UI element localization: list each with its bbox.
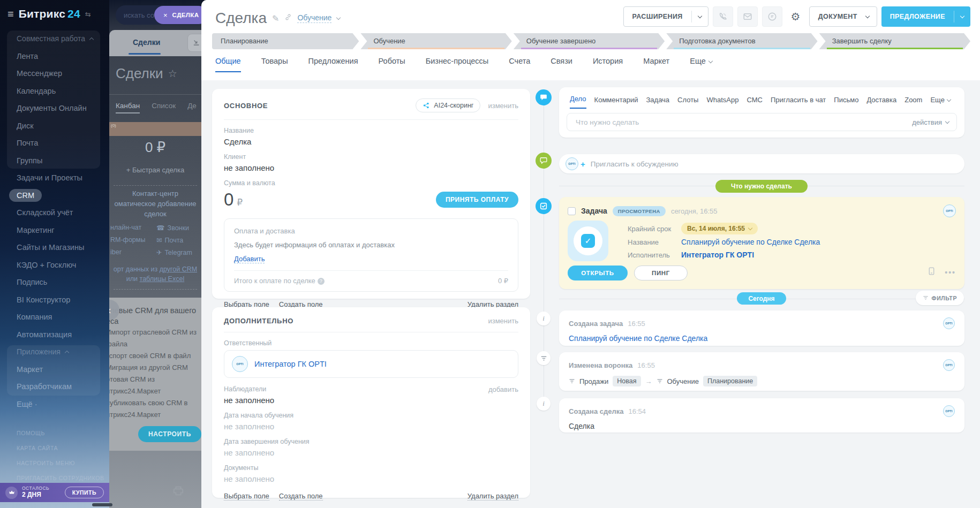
deal-stage[interactable]: Подготовка документов bbox=[666, 33, 817, 49]
ai-scoring-badge[interactable]: AI24-скоринг bbox=[416, 98, 480, 112]
task-checkbox[interactable] bbox=[568, 207, 576, 215]
create-field-link[interactable]: Создать поле bbox=[279, 492, 323, 501]
brand-logo[interactable]: Битрикс24 bbox=[19, 7, 80, 20]
sidebar-item[interactable]: Маркет bbox=[0, 361, 109, 378]
channel-chat[interactable]: нлайн-чат bbox=[110, 224, 156, 232]
extensions-button[interactable]: РАСШИРЕНИЯ bbox=[623, 6, 708, 27]
deal-tab[interactable]: Роботы bbox=[379, 57, 405, 72]
edit-pencil-icon[interactable]: ✎ bbox=[272, 13, 279, 24]
channel-viber[interactable]: iber bbox=[110, 248, 156, 256]
channel-telegram[interactable]: Telegram bbox=[164, 249, 192, 256]
task-name-link[interactable]: Спланируй обучение по Сделке Сделка bbox=[681, 238, 820, 246]
sidebar-item[interactable]: Подпись bbox=[0, 274, 109, 291]
deadline-pill[interactable]: Вс, 14 июля, 16:55 bbox=[681, 223, 758, 234]
close-icon[interactable]: × bbox=[163, 11, 168, 19]
deal-stage[interactable]: Обучение завершено bbox=[514, 33, 665, 49]
phone-button[interactable] bbox=[713, 6, 733, 27]
sidebar-item[interactable]: КЭДО + Госключ bbox=[0, 256, 109, 274]
sidebar-item[interactable]: CRM bbox=[0, 187, 109, 204]
sidebar-item[interactable]: BI Конструктор bbox=[0, 291, 109, 309]
sidebar-item[interactable]: Календарь bbox=[0, 82, 109, 100]
horizontal-scrollbar[interactable] bbox=[92, 503, 112, 506]
timeline-tab[interactable]: Письмо bbox=[834, 96, 858, 109]
timeline-tab[interactable]: Zoom bbox=[904, 96, 922, 109]
sidebar-item[interactable]: Группы bbox=[0, 152, 109, 170]
timeline-tab[interactable]: Еще bbox=[930, 96, 950, 109]
deal-tab[interactable]: Счета bbox=[509, 57, 530, 72]
sidebar-item[interactable]: Лента bbox=[0, 48, 109, 65]
view-tab-kanban[interactable]: Канбан bbox=[116, 102, 140, 113]
settings-gear-icon[interactable]: ⚙ bbox=[787, 6, 805, 27]
timeline-tab[interactable]: Дело bbox=[570, 95, 586, 109]
view-tab-list[interactable]: Список bbox=[152, 102, 176, 113]
quick-deal-button[interactable]: + Быстрая сделка bbox=[109, 166, 201, 174]
deal-tab[interactable]: Связи bbox=[551, 57, 572, 72]
deal-stage[interactable]: Обучение bbox=[360, 33, 511, 49]
sidebar-item[interactable]: Задачи и Проекты bbox=[0, 169, 109, 187]
sidebar-item[interactable]: Совместная работа bbox=[0, 30, 109, 48]
timeline-tab[interactable]: Комментарий bbox=[594, 96, 638, 109]
sidebar-item[interactable]: Маркетинг bbox=[0, 222, 109, 239]
edit-link[interactable]: изменить bbox=[488, 102, 518, 110]
sidebar-item[interactable]: Документы Онлайн bbox=[0, 100, 109, 117]
sidebar-item[interactable]: Разработчикам bbox=[0, 378, 109, 396]
deal-tab[interactable]: Общие bbox=[215, 57, 241, 72]
sidebar-item[interactable]: Диск bbox=[0, 117, 109, 135]
channel-forms[interactable]: RM-формы bbox=[110, 236, 156, 244]
sidebar-item[interactable]: Автоматизация bbox=[0, 326, 109, 344]
sidebar-item[interactable]: Складской учёт bbox=[0, 204, 109, 222]
timeline-tab[interactable]: Доставка bbox=[866, 96, 896, 109]
proposal-button[interactable]: ПРЕДЛОЖЕНИЕ bbox=[881, 6, 970, 27]
deal-tab[interactable]: История bbox=[593, 57, 623, 72]
assignee-link[interactable]: Интегратор ГК OPTI bbox=[681, 251, 754, 259]
observers-add-link[interactable]: добавить bbox=[488, 385, 518, 393]
deal-tab[interactable]: Товары bbox=[261, 57, 288, 72]
sidebar-footer-link[interactable]: ПОМОЩЬ bbox=[17, 426, 104, 441]
sidebar-footer-link[interactable]: НАСТРОИТЬ МЕНЮ bbox=[17, 456, 104, 471]
chat-button[interactable] bbox=[762, 6, 782, 27]
add-payment-link[interactable]: Добавить bbox=[234, 255, 265, 263]
ping-button[interactable]: ПИНГ bbox=[634, 266, 688, 280]
channel-calls[interactable]: Звонки bbox=[168, 224, 189, 232]
event-task-link[interactable]: Спланируй обучение по Сделке Сделка bbox=[569, 334, 707, 343]
document-button[interactable]: ДОКУМЕНТ bbox=[809, 6, 877, 27]
import-excel-link[interactable]: таблицы Excel bbox=[140, 275, 185, 283]
actions-dropdown[interactable]: действия bbox=[912, 118, 949, 126]
select-field-link[interactable]: Выбрать поле bbox=[224, 492, 269, 501]
timeline-tab[interactable]: СМС bbox=[747, 96, 762, 109]
accept-payment-button[interactable]: ПРИНЯТЬ ОПЛАТУ bbox=[436, 192, 518, 208]
deal-filter-chip[interactable]: × СДЕЛКА bbox=[154, 6, 201, 24]
sliders-icon[interactable]: ⇆ bbox=[85, 10, 91, 18]
timeline-tab[interactable]: НОВОЕ WhatsApp bbox=[706, 96, 738, 109]
deal-stage[interactable]: Планирование bbox=[212, 33, 359, 49]
help-icon[interactable]: ? bbox=[318, 278, 325, 285]
favorite-star-icon[interactable]: ☆ bbox=[168, 67, 177, 80]
printer-icon[interactable] bbox=[172, 485, 184, 499]
configure-button[interactable]: НАСТРОИТЬ bbox=[138, 426, 201, 442]
responsible-link[interactable]: Интегратор ГК OPTI bbox=[254, 360, 327, 368]
timeline-tab[interactable]: Слоты bbox=[677, 96, 698, 109]
deal-stage[interactable]: Завершить сделку bbox=[819, 33, 970, 49]
deal-sum[interactable]: 0₽ bbox=[224, 189, 243, 210]
sidebar-footer-link[interactable]: КАРТА САЙТА bbox=[17, 441, 104, 456]
edit-link[interactable]: изменить bbox=[488, 317, 518, 325]
link-icon[interactable] bbox=[284, 13, 292, 23]
sidebar-item[interactable]: Почта bbox=[0, 134, 109, 152]
note-icon[interactable] bbox=[927, 267, 936, 278]
view-tab-clipped[interactable]: Де bbox=[187, 102, 197, 113]
deal-tab[interactable]: Бизнес-процессы bbox=[426, 57, 489, 72]
sidebar-item[interactable]: Сайты и Магазины bbox=[0, 239, 109, 256]
collapse-icon[interactable] bbox=[187, 34, 201, 52]
delete-section-link[interactable]: Удалить раздел bbox=[468, 492, 518, 501]
more-dots-icon[interactable]: ••• bbox=[945, 268, 956, 277]
hamburger-menu-icon[interactable]: ≡ bbox=[7, 9, 14, 19]
deal-tab[interactable]: Еще bbox=[690, 57, 712, 72]
deal-tab[interactable]: Предложения bbox=[308, 57, 358, 72]
mail-button[interactable] bbox=[737, 6, 758, 27]
sidebar-item[interactable]: Мессенджер bbox=[0, 65, 109, 82]
timeline-tab[interactable]: Пригласить в чат bbox=[771, 96, 826, 109]
deal-tab[interactable]: Маркет bbox=[643, 57, 669, 72]
invite-row[interactable]: OPTI + Пригласить к обсуждению bbox=[559, 154, 964, 173]
sidebar-item[interactable]: Ещё · bbox=[0, 396, 109, 413]
buy-button[interactable]: КУПИТЬ bbox=[65, 487, 104, 498]
